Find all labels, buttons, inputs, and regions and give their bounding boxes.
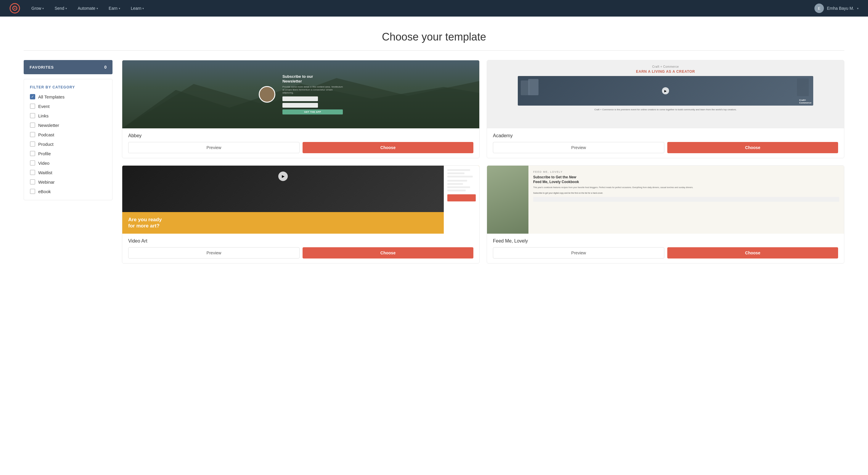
abbey-overlay: Subscribe to ourNewsletter Provide some … [122,60,479,128]
filter-label-podcast: Podcast [38,132,54,137]
filter-ebook[interactable]: eBook [30,189,106,194]
svg-point-2 [14,8,16,9]
feed-me-body: This year's cookbook features recipes fr… [533,186,839,189]
video-art-headline: Are you readyfor more art? [128,217,438,229]
filter-label-all-templates: All Templates [38,94,65,99]
feed-me-image [487,166,528,234]
template-card-feed-me: FEED ME, LOVELY Subscribe to Get the New… [487,165,844,264]
abbey-name-input [282,96,318,101]
feed-me-label: FEED ME, LOVELY [533,170,839,173]
chevron-down-icon: ▾ [96,7,98,10]
abbey-template-name: Abbey [128,133,473,138]
filter-webinar[interactable]: Webinar [30,179,106,184]
favorites-count: 0 [104,65,106,69]
academy-video-content: ▶ Craft+Commerce [518,76,813,106]
chevron-down-icon: ▾ [42,7,44,10]
logo-icon[interactable] [9,3,20,13]
abbey-email-input [282,103,318,108]
academy-actions: Preview Choose [493,142,838,153]
feed-me-choose-button[interactable]: Choose [667,247,838,259]
academy-video-thumbnail: ▶ Craft+Commerce [518,76,813,106]
checkbox-webinar[interactable] [30,179,35,184]
filter-waitlist[interactable]: Waitlist [30,170,106,175]
filter-newsletter[interactable]: Newsletter [30,123,106,128]
abbey-form: Subscribe to ourNewsletter Provide some … [282,74,343,114]
filter-label-profile: Profile [38,151,51,156]
favorites-box[interactable]: FAVORITES 0 [24,60,113,74]
page-content: Choose your template FAVORITES 0 FILTER … [0,16,868,475]
checkbox-podcast[interactable] [30,132,35,137]
academy-preview-button[interactable]: Preview [493,142,664,153]
checkbox-product[interactable] [30,141,35,147]
user-menu[interactable]: E Emha Bayu M. ▾ [814,4,859,13]
academy-earn-title: EARN A LIVING AS A CREATOR [636,69,695,74]
checkbox-event[interactable] [30,104,35,109]
filter-label-product: Product [38,142,54,147]
nav-item-grow[interactable]: Grow ▾ [27,4,48,13]
academy-card-footer: Academy Preview Choose [487,128,844,158]
feed-me-template-name: Feed Me, Lovely [493,238,838,244]
filter-label-webinar: Webinar [38,179,55,184]
video-art-preview: ▶ Are you readyfor more art? [122,166,479,234]
template-card-abbey: Subscribe to ourNewsletter Provide some … [122,60,479,158]
divider [24,50,844,50]
nav-item-earn[interactable]: Earn ▾ [104,4,124,13]
nav-item-automate[interactable]: Automate ▾ [73,4,102,13]
abbey-subscribe-title: Subscribe to ourNewsletter [282,74,343,83]
checkbox-profile[interactable] [30,151,35,156]
filter-label-links: Links [38,113,49,118]
filter-links[interactable]: Links [30,113,106,118]
abbey-actions: Preview Choose [128,142,473,153]
feed-me-cta-text: Subscribe to get your digital copy and b… [533,192,839,194]
templates-grid: Subscribe to ourNewsletter Provide some … [122,60,844,264]
checkbox-all-templates[interactable] [30,94,35,99]
chevron-down-icon: ▾ [143,7,144,10]
checkbox-waitlist[interactable] [30,170,35,175]
abbey-cta-button: GET THE APP [282,109,343,114]
checkbox-links[interactable] [30,113,35,118]
feed-me-content: FEED ME, LOVELY Subscribe to Get the New… [528,166,844,234]
filter-title: FILTER BY CATEGORY [30,85,106,89]
filter-label-event: Event [38,104,50,109]
filter-section: FILTER BY CATEGORY All Templates Event L… [24,79,113,200]
filter-label-ebook: eBook [38,189,51,194]
nav-item-send[interactable]: Send ▾ [50,4,71,13]
sidebar: FAVORITES 0 FILTER BY CATEGORY All Templ… [24,60,113,264]
academy-craft-label: Craft + Commerce [652,65,679,68]
feed-me-actions: Preview Choose [493,247,838,259]
filter-all-templates[interactable]: All Templates [30,94,106,99]
filter-profile[interactable]: Profile [30,151,106,156]
page-title-section: Choose your template [0,16,868,50]
feed-me-email-input [533,197,839,202]
filter-video[interactable]: Video [30,160,106,166]
checkbox-newsletter[interactable] [30,123,35,128]
video-art-text: Are you readyfor more art? [122,212,444,234]
nav-item-learn[interactable]: Learn ▾ [127,4,148,13]
abbey-avatar [259,86,275,103]
checkbox-video[interactable] [30,160,35,166]
filter-podcast[interactable]: Podcast [30,132,106,137]
video-art-card-footer: Video Art Preview Choose [122,234,479,263]
chevron-down-icon: ▾ [65,7,67,10]
feed-me-preview-button[interactable]: Preview [493,247,664,259]
user-name: Emha Bayu M. [827,6,854,11]
video-art-actions: Preview Choose [128,247,473,259]
play-icon: ▶ [662,87,669,94]
filter-event[interactable]: Event [30,104,106,109]
abbey-preview: Subscribe to ourNewsletter Provide some … [122,60,479,128]
video-art-preview-button[interactable]: Preview [128,247,300,259]
feed-me-preview: FEED ME, LOVELY Subscribe to Get the New… [487,166,844,234]
video-play-icon: ▶ [278,172,288,181]
favorites-label: FAVORITES [30,65,54,69]
main-layout: FAVORITES 0 FILTER BY CATEGORY All Templ… [0,60,868,278]
filter-product[interactable]: Product [30,141,106,147]
academy-choose-button[interactable]: Choose [667,142,838,153]
abbey-choose-button[interactable]: Choose [303,142,473,153]
video-art-choose-button[interactable]: Choose [303,247,473,259]
checkbox-ebook[interactable] [30,189,35,194]
feed-me-title: Subscribe to Get the NewFeed Me, Lovely … [533,175,839,184]
feed-me-card-footer: Feed Me, Lovely Preview Choose [487,234,844,263]
avatar: E [814,4,824,13]
navbar: Grow ▾ Send ▾ Automate ▾ Earn ▾ Learn ▾ … [0,0,868,16]
abbey-preview-button[interactable]: Preview [128,142,300,153]
